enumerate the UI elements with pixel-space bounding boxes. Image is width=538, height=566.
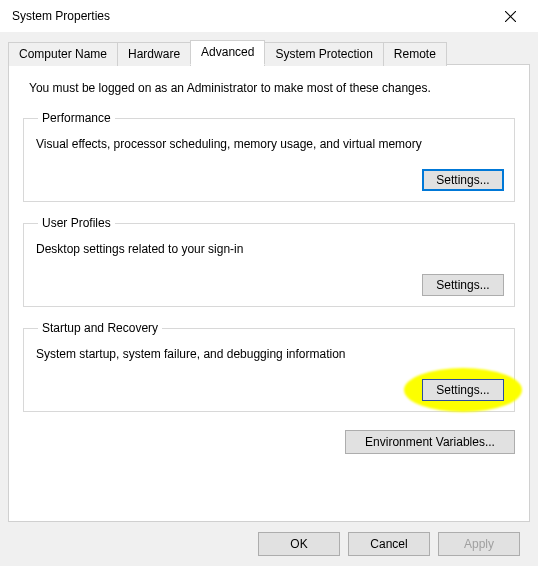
client-area: Computer Name Hardware Advanced System P…	[0, 32, 538, 566]
user-profiles-group: User Profiles Desktop settings related t…	[23, 216, 515, 307]
user-profiles-desc: Desktop settings related to your sign-in	[36, 242, 504, 256]
startup-recovery-group: Startup and Recovery System startup, sys…	[23, 321, 515, 412]
tab-strip: Computer Name Hardware Advanced System P…	[8, 40, 530, 65]
close-icon	[505, 11, 516, 22]
admin-notice: You must be logged on as an Administrato…	[29, 81, 515, 95]
startup-recovery-desc: System startup, system failure, and debu…	[36, 347, 504, 361]
performance-group: Performance Visual effects, processor sc…	[23, 111, 515, 202]
performance-legend: Performance	[38, 111, 115, 125]
tab-hardware[interactable]: Hardware	[117, 42, 191, 66]
tab-advanced[interactable]: Advanced	[190, 40, 265, 65]
close-button[interactable]	[490, 2, 530, 30]
apply-button[interactable]: Apply	[438, 532, 520, 556]
startup-recovery-settings-button[interactable]: Settings...	[422, 379, 504, 401]
tab-computer-name[interactable]: Computer Name	[8, 42, 118, 66]
titlebar: System Properties	[0, 0, 538, 32]
advanced-panel: You must be logged on as an Administrato…	[8, 64, 530, 522]
dialog-footer: OK Cancel Apply	[8, 522, 530, 566]
user-profiles-settings-button[interactable]: Settings...	[422, 274, 504, 296]
startup-settings-highlight: Settings...	[422, 379, 504, 401]
system-properties-window: System Properties Computer Name Hardware…	[0, 0, 538, 566]
startup-recovery-legend: Startup and Recovery	[38, 321, 162, 335]
cancel-button[interactable]: Cancel	[348, 532, 430, 556]
tab-system-protection[interactable]: System Protection	[264, 42, 383, 66]
ok-button[interactable]: OK	[258, 532, 340, 556]
environment-variables-button[interactable]: Environment Variables...	[345, 430, 515, 454]
tab-remote[interactable]: Remote	[383, 42, 447, 66]
user-profiles-legend: User Profiles	[38, 216, 115, 230]
performance-settings-button[interactable]: Settings...	[422, 169, 504, 191]
window-title: System Properties	[12, 9, 490, 23]
performance-desc: Visual effects, processor scheduling, me…	[36, 137, 504, 151]
